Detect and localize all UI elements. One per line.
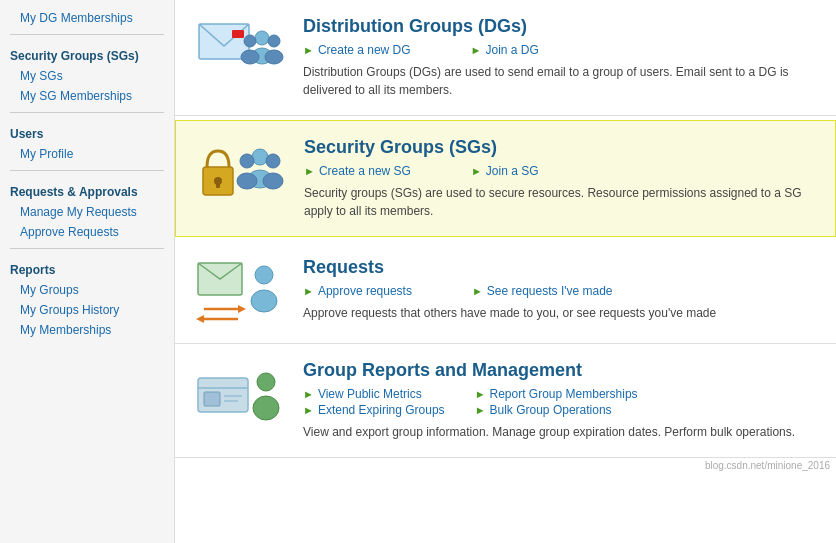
dg-content: Distribution Groups (DGs) ► Create a new… <box>303 16 822 99</box>
sidebar-my-dg-memberships[interactable]: My DG Memberships <box>0 8 174 28</box>
approve-requests-label: Approve requests <box>318 284 412 298</box>
join-dg-label: Join a DG <box>486 43 539 57</box>
sidebar-manage-requests[interactable]: Manage My Requests <box>0 202 174 222</box>
svg-point-13 <box>266 154 280 168</box>
dg-icon <box>189 16 289 86</box>
svg-point-7 <box>241 50 259 64</box>
sidebar-my-sgs[interactable]: My SGs <box>0 66 174 86</box>
create-dg-label: Create a new DG <box>318 43 411 57</box>
create-sg-label: Create a new SG <box>319 164 411 178</box>
sidebar-section-requests: Requests & Approvals <box>0 177 174 202</box>
svg-marker-21 <box>196 315 204 323</box>
dg-links: ► Create a new DG ► Join a DG <box>303 43 822 57</box>
svg-point-15 <box>240 154 254 168</box>
arrow-icon: ► <box>303 44 314 56</box>
reports-content: Group Reports and Management ► View Publ… <box>303 360 822 441</box>
arrow-icon: ► <box>304 165 315 177</box>
bulk-group-operations-link[interactable]: ► Bulk Group Operations <box>475 403 638 417</box>
sidebar-my-profile[interactable]: My Profile <box>0 144 174 164</box>
dg-description: Distribution Groups (DGs) are used to se… <box>303 63 822 99</box>
reports-description: View and export group information. Manag… <box>303 423 822 441</box>
create-dg-link[interactable]: ► Create a new DG <box>303 43 411 57</box>
arrow-icon: ► <box>475 388 486 400</box>
dg-section: Distribution Groups (DGs) ► Create a new… <box>175 0 836 116</box>
main-content: Distribution Groups (DGs) ► Create a new… <box>175 0 836 543</box>
extend-expiring-groups-link[interactable]: ► Extend Expiring Groups <box>303 403 445 417</box>
svg-point-30 <box>253 396 279 420</box>
create-sg-link[interactable]: ► Create a new SG <box>304 164 411 178</box>
svg-point-14 <box>263 173 283 189</box>
sg-description: Security groups (SGs) are used to secure… <box>304 184 821 220</box>
sidebar-section-reports: Reports <box>0 255 174 280</box>
arrow-icon: ► <box>303 388 314 400</box>
extend-expiring-label: Extend Expiring Groups <box>318 403 445 417</box>
sg-title: Security Groups (SGs) <box>304 137 821 158</box>
reports-links-container: ► View Public Metrics ► Extend Expiring … <box>303 387 822 417</box>
see-requests-label: See requests I've made <box>487 284 613 298</box>
reports-links-col2: ► Report Group Memberships ► Bulk Group … <box>475 387 638 417</box>
arrow-icon: ► <box>303 404 314 416</box>
watermark: blog.csdn.net/minione_2016 <box>175 458 836 473</box>
join-sg-label: Join a SG <box>486 164 539 178</box>
join-dg-link[interactable]: ► Join a DG <box>471 43 539 57</box>
svg-marker-19 <box>238 305 246 313</box>
sg-icon <box>190 137 290 207</box>
sidebar-my-sg-memberships[interactable]: My SG Memberships <box>0 86 174 106</box>
requests-links: ► Approve requests ► See requests I've m… <box>303 284 822 298</box>
view-public-metrics-link[interactable]: ► View Public Metrics <box>303 387 445 401</box>
reports-links-col1: ► View Public Metrics ► Extend Expiring … <box>303 387 445 417</box>
sg-links: ► Create a new SG ► Join a SG <box>304 164 821 178</box>
reports-section: Group Reports and Management ► View Publ… <box>175 344 836 458</box>
see-requests-link[interactable]: ► See requests I've made <box>472 284 613 298</box>
report-group-memberships-link[interactable]: ► Report Group Memberships <box>475 387 638 401</box>
requests-title: Requests <box>303 257 822 278</box>
dg-title: Distribution Groups (DGs) <box>303 16 822 37</box>
sidebar-approve-requests[interactable]: Approve Requests <box>0 222 174 242</box>
svg-point-2 <box>255 31 269 45</box>
arrow-icon: ► <box>471 165 482 177</box>
sidebar: My DG Memberships Security Groups (SGs) … <box>0 0 175 543</box>
bulk-group-operations-label: Bulk Group Operations <box>490 403 612 417</box>
report-group-memberships-label: Report Group Memberships <box>490 387 638 401</box>
sg-section: Security Groups (SGs) ► Create a new SG … <box>175 120 836 237</box>
svg-rect-10 <box>216 181 220 188</box>
svg-point-23 <box>251 290 277 312</box>
sidebar-section-users: Users <box>0 119 174 144</box>
reports-icon <box>189 360 289 430</box>
requests-description: Approve requests that others have made t… <box>303 304 822 322</box>
approve-requests-link[interactable]: ► Approve requests <box>303 284 412 298</box>
svg-rect-26 <box>204 392 220 406</box>
join-sg-link[interactable]: ► Join a SG <box>471 164 539 178</box>
svg-rect-1 <box>232 30 244 38</box>
svg-point-16 <box>237 173 257 189</box>
svg-point-4 <box>268 35 280 47</box>
svg-point-11 <box>252 149 268 165</box>
svg-point-29 <box>257 373 275 391</box>
reports-title: Group Reports and Management <box>303 360 822 381</box>
requests-icon <box>189 257 289 327</box>
view-public-metrics-label: View Public Metrics <box>318 387 422 401</box>
requests-section: Requests ► Approve requests ► See reques… <box>175 241 836 344</box>
sidebar-my-groups-history[interactable]: My Groups History <box>0 300 174 320</box>
requests-content: Requests ► Approve requests ► See reques… <box>303 257 822 322</box>
svg-point-22 <box>255 266 273 284</box>
svg-point-6 <box>244 35 256 47</box>
sidebar-section-security-groups: Security Groups (SGs) <box>0 41 174 66</box>
sidebar-my-memberships[interactable]: My Memberships <box>0 320 174 340</box>
arrow-icon: ► <box>471 44 482 56</box>
arrow-icon: ► <box>303 285 314 297</box>
svg-point-5 <box>265 50 283 64</box>
sidebar-my-groups[interactable]: My Groups <box>0 280 174 300</box>
sg-content: Security Groups (SGs) ► Create a new SG … <box>304 137 821 220</box>
arrow-icon: ► <box>475 404 486 416</box>
arrow-icon: ► <box>472 285 483 297</box>
